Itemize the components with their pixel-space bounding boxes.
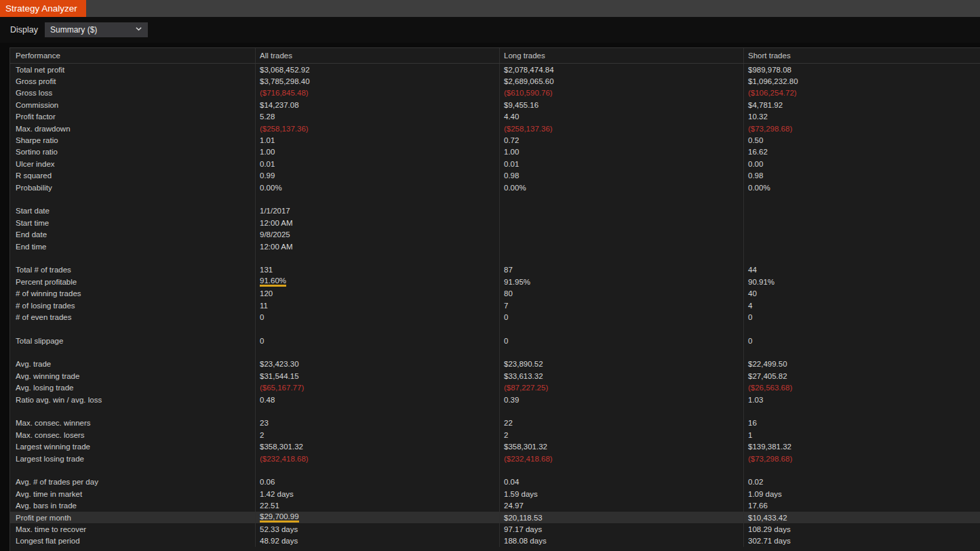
table-row[interactable]: Avg. time in market1.42 days1.59 days1.0… xyxy=(10,488,980,499)
table-row[interactable]: Gross loss($716,845.48)($610,590.76)($10… xyxy=(10,87,980,99)
table-cell: Largest losing trade xyxy=(10,453,255,464)
table-cell: 12:00 AM xyxy=(255,217,499,228)
table-cell: 22.51 xyxy=(255,499,499,511)
table-cell: $27,405.82 xyxy=(743,370,980,382)
table-row[interactable]: Max. drawdown($258,137.36)($258,137.36)(… xyxy=(10,123,980,134)
table-row[interactable]: Avg. trade$23,423.30$23,890.52$22,499.50 xyxy=(10,359,980,370)
table-cell xyxy=(255,346,499,358)
table-row[interactable]: Start time12:00 AM xyxy=(10,217,980,228)
table-cell xyxy=(743,346,980,358)
column-header-short-trades[interactable]: Short trades xyxy=(743,48,980,63)
table-cell xyxy=(10,346,255,358)
table-row[interactable]: Avg. # of trades per day0.060.040.02 xyxy=(10,476,980,488)
table-cell: Avg. time in market xyxy=(10,488,255,499)
table-row[interactable]: Gross profit$3,785,298.40$2,689,065.60$1… xyxy=(10,75,980,87)
table-cell: $20,118.53 xyxy=(499,512,743,523)
tab-strategy-analyzer[interactable]: Strategy Analyzer xyxy=(0,0,86,17)
table-cell: 1/1/2017 xyxy=(255,205,499,217)
table-row[interactable] xyxy=(10,405,980,417)
table-cell: 87 xyxy=(499,264,743,276)
table-header-row: Performance All trades Long trades Short… xyxy=(10,48,980,64)
display-dropdown[interactable]: Summary ($) xyxy=(45,22,148,37)
table-cell: 80 xyxy=(499,287,743,299)
table-cell xyxy=(743,252,980,264)
table-row[interactable]: Ratio avg. win / avg. loss0.480.391.03 xyxy=(10,394,980,405)
table-cell: 0.01 xyxy=(255,158,499,169)
table-cell xyxy=(743,323,980,335)
table-row[interactable]: Profit factor5.284.4010.32 xyxy=(10,111,980,123)
table-cell: 7 xyxy=(499,300,743,311)
table-row[interactable]: R squared0.990.980.98 xyxy=(10,170,980,182)
table-cell: $3,068,452.92 xyxy=(255,64,499,75)
table-row[interactable]: Avg. bars in trade22.5124.9717.66 xyxy=(10,499,980,511)
table-row[interactable]: End time12:00 AM xyxy=(10,241,980,252)
column-header-all-trades[interactable]: All trades xyxy=(255,48,499,63)
table-row[interactable]: Longest flat period48.92 days188.08 days… xyxy=(10,535,980,547)
table-cell xyxy=(499,241,743,252)
table-cell: Max. consec. winners xyxy=(10,417,255,429)
table-cell: $2,689,065.60 xyxy=(499,75,743,87)
table-cell: $33,613.32 xyxy=(499,370,743,382)
table-row[interactable] xyxy=(10,346,980,358)
table-cell: 0.00% xyxy=(255,182,499,193)
chevron-down-icon xyxy=(135,25,142,35)
table-row[interactable]: Sortino ratio1.001.0016.62 xyxy=(10,146,980,158)
table-cell: 108.29 days xyxy=(743,523,980,535)
table-cell xyxy=(499,323,743,335)
table-row[interactable] xyxy=(10,323,980,335)
table-cell: 131 xyxy=(255,264,499,276)
table-cell: 16.62 xyxy=(743,146,980,158)
table-cell: ($87,227.25) xyxy=(499,382,743,394)
table-row[interactable] xyxy=(10,464,980,476)
table-row[interactable]: Largest losing trade($232,418.68)($232,4… xyxy=(10,453,980,464)
table-row[interactable]: Sharpe ratio1.010.720.50 xyxy=(10,134,980,146)
table-cell: 0.06 xyxy=(255,476,499,488)
table-cell: Max. time to recover xyxy=(10,523,255,535)
table-row[interactable]: # of losing trades1174 xyxy=(10,300,980,311)
table-row[interactable] xyxy=(10,252,980,264)
table-cell: $22,499.50 xyxy=(743,359,980,370)
table-row[interactable]: Total slippage000 xyxy=(10,335,980,346)
table-cell: 2 xyxy=(499,429,743,441)
table-cell xyxy=(255,323,499,335)
table-body: Total net profit$3,068,452.92$2,078,474.… xyxy=(10,64,980,547)
table-cell xyxy=(743,193,980,205)
table-row[interactable]: Avg. winning trade$31,544.15$33,613.32$2… xyxy=(10,370,980,382)
table-row[interactable]: Ulcer index0.010.010.00 xyxy=(10,158,980,169)
table-row[interactable]: # of winning trades1208040 xyxy=(10,287,980,299)
table-cell: ($258,137.36) xyxy=(255,123,499,134)
table-cell: Sharpe ratio xyxy=(10,134,255,146)
table-row[interactable]: Max. time to recover52.33 days97.17 days… xyxy=(10,523,980,535)
table-cell xyxy=(10,405,255,417)
table-row[interactable]: End date9/8/2025 xyxy=(10,228,980,240)
table-cell: $23,890.52 xyxy=(499,359,743,370)
table-row[interactable] xyxy=(10,193,980,205)
table-row[interactable]: Start date1/1/2017 xyxy=(10,205,980,217)
column-header-long-trades[interactable]: Long trades xyxy=(499,48,743,63)
table-row[interactable]: Largest winning trade$358,301.32$358,301… xyxy=(10,441,980,453)
table-row[interactable]: Percent profitable91.60%91.95%90.91% xyxy=(10,276,980,287)
display-dropdown-value: Summary ($) xyxy=(50,25,135,35)
table-row[interactable]: # of even trades000 xyxy=(10,311,980,323)
table-row[interactable]: Probability0.00%0.00%0.00% xyxy=(10,182,980,193)
tab-bar: Strategy Analyzer xyxy=(0,0,980,17)
table-cell: $9,455.16 xyxy=(499,99,743,110)
table-cell xyxy=(743,405,980,417)
table-cell: Start date xyxy=(10,205,255,217)
table-row[interactable]: Max. consec. losers221 xyxy=(10,429,980,441)
table-cell: Avg. winning trade xyxy=(10,370,255,382)
table-row[interactable]: Commission$14,237.08$9,455.16$4,781.92 xyxy=(10,99,980,110)
table-row[interactable]: Total # of trades1318744 xyxy=(10,264,980,276)
table-cell: 0.02 xyxy=(743,476,980,488)
table-cell: $29,700.99 xyxy=(255,512,499,523)
table-row[interactable]: Max. consec. winners232216 xyxy=(10,417,980,429)
table-row[interactable]: Avg. losing trade($65,167.77)($87,227.25… xyxy=(10,382,980,394)
table-row[interactable]: Profit per month$29,700.99$20,118.53$10,… xyxy=(10,512,980,523)
table-cell: Ratio avg. win / avg. loss xyxy=(10,394,255,405)
table-cell: 0.39 xyxy=(499,394,743,405)
table-cell: Max. drawdown xyxy=(10,123,255,134)
table-row[interactable]: Total net profit$3,068,452.92$2,078,474.… xyxy=(10,64,980,75)
table-cell: # of winning trades xyxy=(10,287,255,299)
column-header-performance[interactable]: Performance xyxy=(10,48,255,63)
table-cell: $10,433.42 xyxy=(743,512,980,523)
